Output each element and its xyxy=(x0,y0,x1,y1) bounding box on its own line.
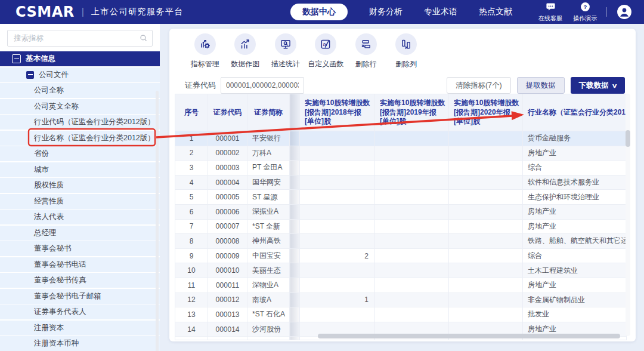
utility-2[interactable]: ?操作演示 xyxy=(573,2,597,23)
topnav-item-3[interactable]: 专业术语 xyxy=(424,7,457,17)
column-header[interactable]: 序号 xyxy=(175,94,208,131)
indicator-tree: 基本信息公司文件公司全称公司英文全称行业代码（证监会行业分类2012版）行业名称… xyxy=(0,51,160,351)
sidebar-item-label: 董事会秘书 xyxy=(34,244,72,254)
column-header-lines: 实施每10股转增股数[报告期]2018年报[单位]股 xyxy=(305,98,374,127)
user-avatar-icon[interactable] xyxy=(617,4,632,20)
topnav-item-4[interactable]: 热点文献 xyxy=(479,7,512,17)
cell-value-2020 xyxy=(449,292,523,307)
cell-security-name: 万科A xyxy=(247,146,290,161)
table-row[interactable]: 11000011深物业A房地产业 xyxy=(175,278,627,292)
clear-indicators-button[interactable]: 清除指标(7个) xyxy=(447,77,511,94)
sidebar-item-17[interactable]: 证券事务代表人 xyxy=(0,304,160,319)
sidebar-scrollbar[interactable] xyxy=(156,91,159,351)
sidebar-item-label: 城市 xyxy=(34,165,49,175)
cell-value-2019 xyxy=(375,175,449,190)
sidebar-item-4[interactable]: 公司英文全称 xyxy=(0,99,160,114)
cell-value-2018 xyxy=(300,190,375,205)
tool-6[interactable]: 删除列 xyxy=(386,33,427,69)
column-header-lines: 实施每10股转增股数[报告期]2019年报[单位]股 xyxy=(380,98,448,127)
topnav-item-1[interactable]: 数据中心 xyxy=(290,4,348,20)
sidebar-item-label: 基本信息 xyxy=(26,54,55,64)
collapse-minus-icon[interactable] xyxy=(26,71,34,79)
cell-value-2019 xyxy=(375,234,449,249)
tool-4[interactable]: fx自定义函数 xyxy=(306,33,346,69)
table-row[interactable]: 2000002万科A房地产业 xyxy=(175,146,627,161)
cell-security-name: PT 金田A xyxy=(247,161,290,176)
table-horizontal-scrollbar-thumb[interactable] xyxy=(318,334,620,338)
column-header[interactable]: 证券代码 xyxy=(208,94,247,131)
table-row[interactable]: 4000004国华网安软件和信息技术服务业 xyxy=(175,175,627,190)
fixed-column-divider xyxy=(290,94,300,131)
sidebar-item-5[interactable]: 行业代码（证监会行业分类2012版） xyxy=(0,115,160,130)
sidebar-item-12[interactable]: 总经理 xyxy=(0,226,160,241)
custom-function-icon: fx xyxy=(315,33,336,55)
cell-value-2020 xyxy=(449,307,523,322)
column-header-value-1[interactable]: 实施每10股转增股数[报告期]2018年报[单位]股 xyxy=(300,94,375,131)
sidebar-item-label: 公司文件 xyxy=(39,70,69,80)
search-input[interactable] xyxy=(7,30,153,47)
sidebar-item-3[interactable]: 公司全称 xyxy=(0,83,160,98)
sidebar-item-16[interactable]: 董事会秘书电子邮箱 xyxy=(0,289,160,304)
fixed-column-divider xyxy=(290,204,300,219)
table-row[interactable]: 6000006深振业A房地产业 xyxy=(175,204,627,219)
sidebar-item-13[interactable]: 董事会秘书 xyxy=(0,241,160,256)
table-row[interactable]: 12000012南玻A1非金属矿物制品业 xyxy=(175,292,627,307)
table-row[interactable]: 3000003PT 金田A综合 xyxy=(175,161,627,176)
tool-5[interactable]: 删除行 xyxy=(346,33,386,69)
column-header-value-3[interactable]: 实施每10股转增股数[报告期]2020年报[单位]股 xyxy=(449,94,523,131)
column-header-value-2[interactable]: 实施每10股转增股数[报告期]2019年报[单位]股 xyxy=(375,94,449,131)
cell-value-2020 xyxy=(449,175,523,190)
cell-empty xyxy=(247,337,290,340)
download-data-button[interactable]: 下载数据 ∨ xyxy=(571,77,625,94)
utility-1[interactable]: 在线客服 xyxy=(538,2,562,23)
table-row[interactable]: 5000005ST 星源生态保护和环境治理业 xyxy=(175,190,627,205)
sidebar-item-1[interactable]: 基本信息 xyxy=(0,51,160,66)
tool-3[interactable]: 描述统计 xyxy=(265,33,306,69)
cell-index: 7 xyxy=(175,219,208,234)
extract-data-button[interactable]: 提取数据 xyxy=(517,77,565,94)
cell-industry: 铁路、船舶、航空航天和其它运输设备... xyxy=(523,234,627,249)
sidebar-item-19[interactable]: 注册资本币种 xyxy=(0,336,160,351)
sidebar-item-label: 公司全称 xyxy=(34,85,64,96)
sidebar-item-2[interactable]: 公司文件 xyxy=(0,67,160,82)
table-toolbar: 指标管理数据作图描述统计fx自定义函数删除行删除列 xyxy=(169,29,636,69)
table-row[interactable]: 8000008神州高铁铁路、船舶、航空航天和其它运输设备... xyxy=(175,234,627,249)
table-row[interactable]: 7000007*ST 全新房地产业 xyxy=(175,219,627,234)
data-chart-icon xyxy=(234,33,256,55)
cell-security-code: 000013 xyxy=(208,307,247,322)
sidebar-item-14[interactable]: 董事会秘书电话 xyxy=(0,257,160,272)
fixed-column-divider xyxy=(290,292,300,307)
cell-value-2018 xyxy=(300,131,375,146)
table-row[interactable]: 1000001平安银行货币金融服务 xyxy=(175,131,627,146)
sidebar-item-10[interactable]: 经营性质 xyxy=(0,194,160,209)
table-vertical-scrollbar-thumb[interactable] xyxy=(626,130,630,147)
data-table: 序号证券代码证券简称实施每10股转增股数[报告期]2018年报[单位]股实施每1… xyxy=(175,94,627,340)
cell-security-name: 深振业A xyxy=(247,204,290,219)
cell-value-2019 xyxy=(375,263,449,278)
topnav-item-2[interactable]: 财务分析 xyxy=(369,7,402,17)
column-header[interactable]: 证券简称 xyxy=(247,94,290,131)
cell-security-name: 平安银行 xyxy=(247,131,290,146)
cell-security-code: 000002 xyxy=(208,146,247,161)
sidebar-item-label: 公司英文全称 xyxy=(34,101,79,112)
table-row[interactable]: 13000013*ST 石化A批发业 xyxy=(175,307,627,322)
collapse-minus-icon[interactable] xyxy=(12,54,21,63)
cell-security-name: 深物业A xyxy=(247,278,290,292)
sidebar-item-7[interactable]: 省份 xyxy=(0,146,160,161)
security-code-input[interactable] xyxy=(221,77,304,94)
sidebar-item-15[interactable]: 董事会秘书传真 xyxy=(0,273,160,288)
sidebar-item-8[interactable]: 城市 xyxy=(0,162,160,177)
tool-2[interactable]: 数据作图 xyxy=(225,33,266,69)
cell-industry: 货币金融服务 xyxy=(523,131,627,146)
table-row[interactable]: 9000009中国宝安2综合 xyxy=(175,248,627,263)
sidebar-item-18[interactable]: 注册资本 xyxy=(0,321,160,335)
sidebar-item-6[interactable]: 行业名称（证监会行业分类2012版） xyxy=(0,131,160,146)
cell-security-code: 000010 xyxy=(208,263,247,278)
tool-1[interactable]: 指标管理 xyxy=(185,33,225,69)
chevron-down-icon: ∨ xyxy=(611,82,617,89)
sidebar-item-9[interactable]: 股权性质 xyxy=(0,178,160,193)
table-row[interactable]: 10000010美丽生态土木工程建筑业 xyxy=(175,263,627,278)
column-header-industry[interactable]: 行业名称（证监会行业分类2012版） xyxy=(523,94,627,131)
cell-security-code: 000011 xyxy=(208,278,247,292)
sidebar-item-11[interactable]: 法人代表 xyxy=(0,210,160,224)
